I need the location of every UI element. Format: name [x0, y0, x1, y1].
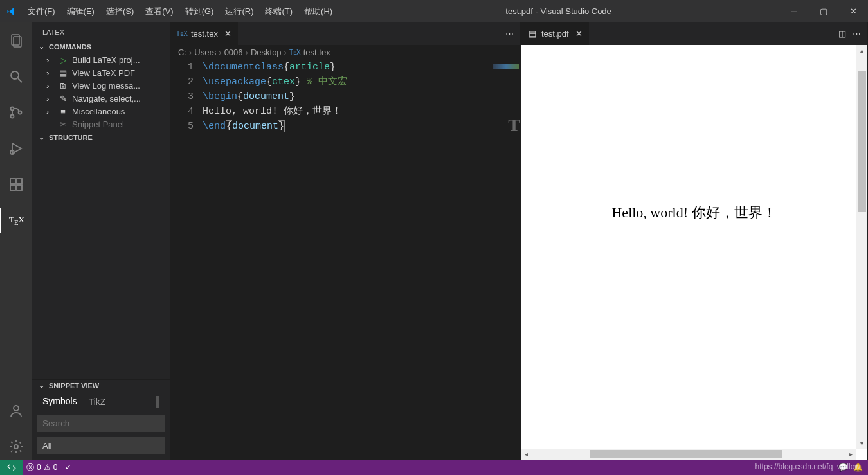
breadcrumb[interactable]: C:› Users› 0006› Desktop› TᴇX test.tex	[170, 45, 520, 60]
split-editor-icon[interactable]: ◫	[838, 29, 846, 39]
cmd-snippet-panel[interactable]: ✂ Snippet Panel	[32, 118, 170, 130]
more-icon[interactable]: ⋯	[505, 29, 514, 39]
close-button[interactable]: ✕	[838, 0, 868, 22]
tab-tikz[interactable]: TikZ	[89, 394, 106, 409]
book-icon: ▤	[58, 67, 68, 78]
play-icon: ▷	[58, 55, 68, 65]
chevron-right-icon: ›	[46, 94, 54, 103]
remote-indicator[interactable]	[0, 460, 23, 475]
breadcrumb-part[interactable]: Desktop	[251, 48, 282, 57]
minimize-button[interactable]: ─	[779, 0, 809, 22]
chevron-down-icon: ⌄	[36, 381, 46, 390]
tree-item-label: View Log messa...	[72, 81, 140, 91]
cmd-view-pdf[interactable]: › ▤ View LaTeX PDF	[32, 66, 170, 79]
breadcrumb-part[interactable]: test.tex	[303, 48, 330, 57]
code-lines[interactable]: \documentclass{article}\usepackage{ctex}…	[203, 60, 520, 460]
file-icon: 🗎	[58, 80, 68, 91]
editor-watermark-icon: T	[508, 118, 520, 132]
statusbar: ⓧ0 ⚠0 ✓ 💬 🔔 https://blog.csdn.net/fq_wal…	[0, 460, 868, 475]
breadcrumb-part[interactable]: 0006	[224, 48, 243, 57]
scroll-left-icon[interactable]: ◂	[521, 451, 532, 458]
snippet-category-dropdown[interactable]: All	[37, 437, 165, 454]
section-snippet[interactable]: ⌄ SNIPPET VIEW	[32, 380, 170, 391]
scroll-up-icon[interactable]: ▴	[856, 45, 867, 56]
vscode-logo-icon	[0, 6, 23, 17]
snippet-search-input[interactable]	[37, 415, 165, 432]
menu-file[interactable]: 文件(F)	[23, 2, 60, 21]
notifications-icon[interactable]: 💬	[838, 463, 848, 472]
menu-run[interactable]: 运行(R)	[220, 2, 258, 21]
close-icon[interactable]: ✕	[224, 29, 231, 39]
section-label: SNIPPET VIEW	[49, 382, 99, 390]
tab-label: test.pdf	[541, 29, 569, 39]
cmd-build-latex[interactable]: › ▷ Build LaTeX proj...	[32, 53, 170, 66]
cmd-view-log[interactable]: › 🗎 View Log messa...	[32, 79, 170, 92]
activity-bar: TEX	[0, 22, 32, 460]
breadcrumb-part[interactable]: Users	[194, 48, 216, 57]
tree-item-label: Navigate, select,...	[72, 94, 141, 103]
tab-label: test.tex	[191, 29, 218, 39]
breadcrumb-part[interactable]: C:	[178, 48, 186, 57]
snippet-view: ⌄ SNIPPET VIEW Symbols TikZ All	[32, 379, 170, 460]
menu-terminal[interactable]: 终端(T)	[260, 2, 298, 21]
warning-count: 0	[53, 463, 58, 472]
menu-help[interactable]: 帮助(H)	[299, 2, 338, 21]
preview-icon: ▤	[527, 29, 538, 39]
tree-item-label: Snippet Panel	[72, 120, 124, 129]
menu-edit[interactable]: 编辑(E)	[62, 2, 100, 21]
menu-goto[interactable]: 转到(G)	[180, 2, 219, 21]
chevron-right-icon: ›	[46, 107, 54, 116]
status-check[interactable]: ✓	[61, 463, 75, 472]
chevron-right-icon: ›	[46, 55, 54, 65]
source-control-icon[interactable]	[0, 100, 32, 125]
snippet-scrollbar[interactable]	[156, 396, 159, 408]
sidebar-title: LATEX	[42, 28, 64, 36]
sidebar-more-icon[interactable]: ⋯	[152, 28, 159, 36]
code-area[interactable]: 12345 \documentclass{article}\usepackage…	[170, 60, 520, 460]
pdf-page: Hello, world! 你好，世界！	[521, 45, 867, 460]
account-icon[interactable]	[0, 398, 32, 424]
search-icon[interactable]	[0, 64, 32, 89]
scroll-down-icon[interactable]: ▾	[856, 438, 867, 449]
window-title: test.pdf - Visual Studio Code	[338, 6, 779, 16]
svg-point-5	[11, 115, 14, 118]
svg-point-13	[14, 445, 18, 449]
maximize-button[interactable]: ▢	[809, 0, 838, 22]
tex-file-icon: TᴇX	[289, 49, 301, 56]
pdf-rendered-text: Hello, world! 你好，世界！	[521, 203, 867, 222]
tab-symbols[interactable]: Symbols	[42, 393, 77, 409]
gear-icon[interactable]	[0, 434, 32, 460]
scroll-right-icon[interactable]: ▸	[845, 451, 856, 458]
chevron-right-icon: ›	[46, 81, 54, 91]
pdf-scrollbar-vertical[interactable]: ▴ ▾	[856, 45, 867, 449]
tex-label: TEX	[9, 215, 24, 226]
section-structure[interactable]: ⌄ STRUCTURE	[32, 132, 170, 143]
explorer-icon[interactable]	[0, 28, 32, 53]
section-label: STRUCTURE	[49, 134, 93, 141]
cmd-navigate[interactable]: › ✎ Navigate, select,...	[32, 92, 170, 105]
latex-workshop-icon[interactable]: TEX	[0, 208, 32, 233]
tab-test-pdf[interactable]: ▤ test.pdf ✕	[521, 22, 590, 45]
status-problems[interactable]: ⓧ0 ⚠0	[23, 462, 61, 473]
code-editor-pane: TᴇX test.tex ✕ ⋯ C:› Users› 0006› Deskto…	[170, 22, 521, 460]
pdf-pane: ▤ test.pdf ✕ ◫ ⋯ Hello, world! 你好，世界！ ▴ …	[521, 22, 868, 460]
snippet-icon: ✂	[58, 119, 68, 129]
debug-icon[interactable]	[0, 136, 32, 161]
chevron-down-icon: ⌄	[36, 133, 46, 141]
close-icon[interactable]: ✕	[575, 29, 583, 39]
pdf-viewer[interactable]: Hello, world! 你好，世界！ ▴ ▾ ◂ ▸	[521, 45, 867, 460]
extensions-icon[interactable]	[0, 172, 32, 197]
chevron-right-icon: ›	[46, 68, 54, 78]
menu-select[interactable]: 选择(S)	[101, 2, 139, 21]
check-icon: ✓	[65, 463, 71, 472]
more-icon[interactable]: ⋯	[853, 29, 861, 39]
tab-test-tex[interactable]: TᴇX test.tex ✕	[170, 22, 239, 45]
error-icon: ⓧ	[26, 462, 34, 473]
feedback-icon[interactable]: 🔔	[853, 463, 863, 472]
menu-view[interactable]: 查看(V)	[140, 2, 178, 21]
tree-item-label: Miscellaneous	[72, 107, 125, 116]
cmd-misc[interactable]: › ≡ Miscellaneous	[32, 105, 170, 118]
svg-rect-10	[10, 185, 15, 190]
section-commands[interactable]: ⌄ COMMANDS	[32, 41, 170, 52]
pdf-scrollbar-horizontal[interactable]: ◂ ▸	[521, 449, 856, 460]
